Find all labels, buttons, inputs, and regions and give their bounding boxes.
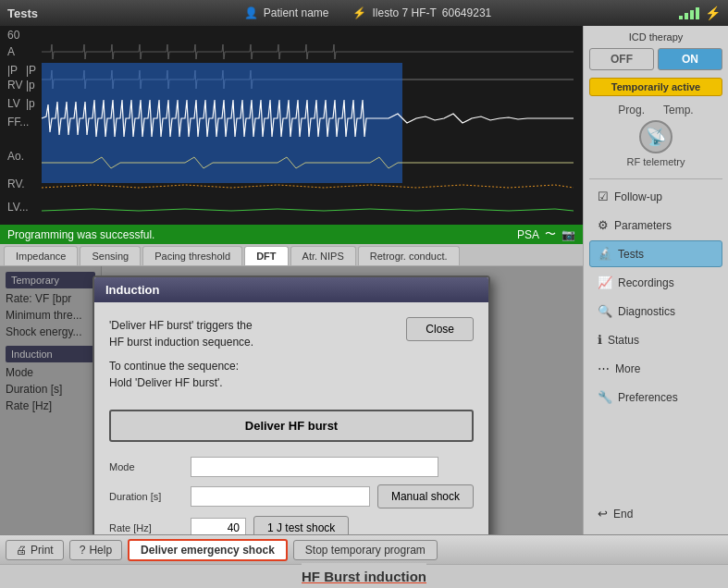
svg-text:FF...: FF... xyxy=(7,116,29,129)
tests-icon: 🔬 xyxy=(598,247,612,261)
modal-mode-label: Mode xyxy=(109,461,183,472)
sidebar-item-preferences[interactable]: 🔧 Preferences xyxy=(589,384,722,410)
manual-shock-button[interactable]: Manual shock xyxy=(377,484,474,508)
modal-description: 'Deliver HF burst' triggers the HF burst… xyxy=(109,317,395,398)
end-icon: ↩ xyxy=(598,507,608,521)
status-nav-label: Status xyxy=(608,334,639,347)
tab-impedance[interactable]: Impedance xyxy=(4,246,78,265)
middle-section: 60 A |P |P RV |p LV |p FF... Ao. RV. LV.… xyxy=(0,26,728,534)
sidebar-item-status[interactable]: ℹ Status xyxy=(589,326,722,353)
end-label: End xyxy=(613,508,633,521)
temp-active-badge: Temporarily active xyxy=(589,78,722,96)
sidebar-item-parameters[interactable]: ⚙ Parameters xyxy=(589,212,722,239)
bottom-bar: 🖨 Print ? Help Deliver emergency shock S… xyxy=(0,534,728,564)
patient-icon: 👤 xyxy=(244,6,258,19)
modal-body: 'Deliver HF burst' triggers the HF burst… xyxy=(94,302,488,534)
rf-telemetry-icon[interactable]: 📡 xyxy=(639,120,672,153)
svg-text:|p: |p xyxy=(26,79,35,92)
sidebar-item-end[interactable]: ↩ End xyxy=(589,500,722,527)
recordings-label: Recordings xyxy=(618,276,674,289)
modal-text-line1: 'Deliver HF burst' triggers the HF burst… xyxy=(109,317,395,350)
svg-text:LV: LV xyxy=(7,97,20,110)
print-button[interactable]: 🖨 Print xyxy=(6,540,64,560)
help-icon: ? xyxy=(80,544,86,557)
bluetooth-icon: ⚡ xyxy=(705,6,721,20)
sidebar-item-follow-up[interactable]: ☑ Follow-up xyxy=(589,183,722,210)
help-label: Help xyxy=(89,544,112,557)
deliver-emergency-shock-button[interactable]: Deliver emergency shock xyxy=(128,539,288,561)
more-label: More xyxy=(615,362,640,375)
left-pane-content: Temporary Rate: VF [bpr Minimum thre... … xyxy=(0,266,583,534)
app-title: Tests xyxy=(7,6,38,20)
parameters-icon: ⚙ xyxy=(598,218,609,232)
camera-icon: 📷 xyxy=(561,228,575,241)
tab-pacing-threshold[interactable]: Pacing threshold xyxy=(142,246,242,265)
stop-temporary-program-button[interactable]: Stop temporary program xyxy=(293,540,438,560)
modal-mode-input[interactable] xyxy=(191,457,438,477)
tab-retrograde[interactable]: Retrogr. conduct. xyxy=(358,246,460,265)
test-shock-button[interactable]: 1 J test shock xyxy=(253,516,349,534)
induction-modal: Induction 'Deliver HF burst' triggers th… xyxy=(93,276,490,534)
temp-label: Temp. xyxy=(663,104,694,116)
status-bar: Programming was successful. PSA 〜 📷 xyxy=(0,225,583,244)
deliver-hf-burst-button[interactable]: Deliver HF burst xyxy=(109,410,474,442)
patient-info: 👤 Patient name ⚡ Ilesto 7 HF-T 60649231 xyxy=(56,6,679,19)
svg-text:A: A xyxy=(7,45,15,58)
modal-top-row: 'Deliver HF burst' triggers the HF burst… xyxy=(109,317,474,398)
preferences-icon: 🔧 xyxy=(598,390,612,404)
close-button[interactable]: Close xyxy=(406,317,474,341)
status-icon: ℹ xyxy=(598,333,602,347)
follow-up-icon: ☑ xyxy=(598,190,609,203)
rf-labels: Prog. Temp. xyxy=(618,104,693,116)
sidebar-item-more[interactable]: ⋯ More xyxy=(589,355,722,382)
signal-strength xyxy=(679,7,699,19)
modal-rate-label: Rate [Hz] xyxy=(109,522,183,533)
patient-name: Patient name xyxy=(264,6,329,19)
psa-label: PSA xyxy=(517,228,539,241)
device-name: Ilesto 7 HF-T xyxy=(372,6,436,19)
ecg-svg: 60 A |P |P RV |p LV |p FF... Ao. RV. LV.… xyxy=(0,26,583,225)
tests-label: Tests xyxy=(618,248,644,261)
tab-atr-nips[interactable]: Atr. NIPS xyxy=(290,246,356,265)
svg-text:|P: |P xyxy=(26,64,36,77)
sidebar-item-recordings[interactable]: 📈 Recordings xyxy=(589,269,722,296)
print-label: Print xyxy=(31,544,54,557)
print-icon: 🖨 xyxy=(16,544,27,557)
sidebar-item-tests[interactable]: 🔬 Tests xyxy=(589,240,722,267)
tab-sensing[interactable]: Sensing xyxy=(80,246,141,265)
rf-section: Prog. Temp. 📡 RF telemetry xyxy=(589,104,722,167)
follow-up-label: Follow-up xyxy=(614,190,662,203)
device-icon: ⚡ xyxy=(352,6,366,19)
modal-duration-row: Duration [s] Manual shock xyxy=(109,484,474,508)
page-footer-title: HF Burst induction xyxy=(302,563,426,588)
recordings-icon: 📈 xyxy=(598,276,612,289)
modal-duration-input[interactable] xyxy=(191,486,370,507)
waveform-icon: 〜 xyxy=(545,227,556,242)
right-sidebar: ICD therapy OFF ON Temporarily active Pr… xyxy=(583,26,728,534)
status-text: Programming was successful. xyxy=(7,228,510,241)
icd-therapy-label: ICD therapy xyxy=(589,31,722,43)
tabs-row: Impedance Sensing Pacing threshold DFT A… xyxy=(0,244,583,266)
rf-label-bottom: RF telemetry xyxy=(627,156,685,167)
modal-duration-label: Duration [s] xyxy=(109,491,183,502)
modal-overlay: Induction 'Deliver HF burst' triggers th… xyxy=(0,266,583,534)
modal-title: Induction xyxy=(94,277,488,302)
status-right: PSA 〜 📷 xyxy=(517,227,575,242)
svg-text:60: 60 xyxy=(7,29,20,42)
svg-text:LV...: LV... xyxy=(7,201,29,214)
modal-rate-value: 40 xyxy=(191,518,246,534)
svg-text:|P: |P xyxy=(7,64,18,77)
help-button[interactable]: ? Help xyxy=(69,540,122,560)
icd-on-button[interactable]: ON xyxy=(658,48,722,70)
sidebar-item-diagnostics[interactable]: 🔍 Diagnostics xyxy=(589,298,722,325)
app-wrapper: Tests 👤 Patient name ⚡ Ilesto 7 HF-T 606… xyxy=(0,0,728,588)
tab-dft[interactable]: DFT xyxy=(244,246,288,265)
prog-label: Prog. xyxy=(618,104,645,116)
ecg-traces: 60 A |P |P RV |p LV |p FF... Ao. RV. LV.… xyxy=(0,26,583,225)
icd-buttons: OFF ON xyxy=(589,48,722,70)
close-button-container: Close xyxy=(406,317,474,398)
top-bar: Tests 👤 Patient name ⚡ Ilesto 7 HF-T 606… xyxy=(0,0,728,26)
icd-off-button[interactable]: OFF xyxy=(589,48,654,70)
modal-text-line2: To continue the sequence: Hold 'Deliver … xyxy=(109,358,395,391)
modal-mode-row: Mode xyxy=(109,457,474,477)
